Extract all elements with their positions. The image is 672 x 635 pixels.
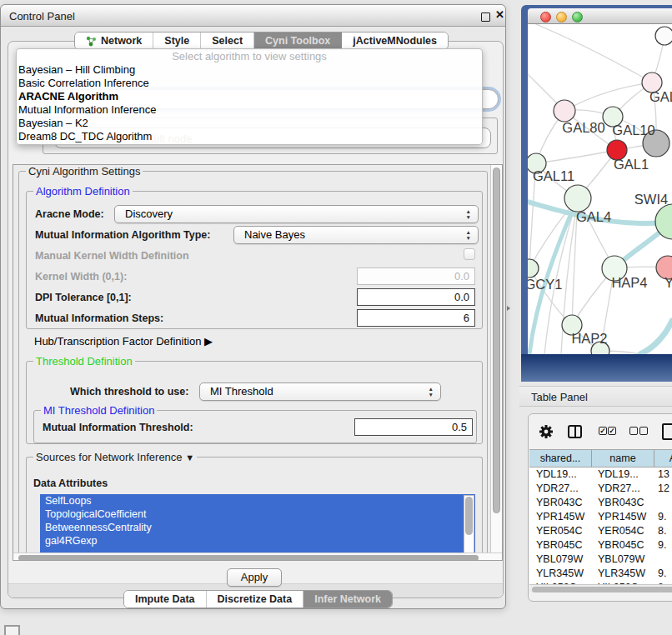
mi-threshold-label: Mutual Information Threshold:	[43, 422, 193, 433]
column-header[interactable]: shared...	[529, 449, 592, 468]
table-row[interactable]: YDR27...YDR27...12	[529, 482, 672, 496]
gear-icon[interactable]	[539, 424, 554, 439]
table-panel-header: Table Panel	[519, 386, 672, 407]
table-row[interactable]: YER054CYER054C8.	[529, 524, 672, 538]
column-header[interactable]: A	[654, 449, 672, 468]
kernel-width-label: Kernel Width (0,1):	[35, 271, 127, 282]
list-scrollbar[interactable]	[464, 495, 474, 554]
function-icon[interactable]	[662, 423, 672, 440]
table-toolbar: ✓ ✓	[529, 414, 672, 449]
control-panel-titlebar[interactable]: Control Panel ✕	[1, 5, 505, 27]
tab-network[interactable]: Network	[75, 32, 153, 49]
table-cell: 9.	[658, 510, 666, 524]
table-row[interactable]: YLR345WYLR345W9.	[529, 567, 672, 581]
network-window-titlebar[interactable]	[528, 8, 672, 24]
network-node[interactable]	[655, 27, 672, 45]
tab-infer-network[interactable]: Infer Network	[303, 591, 392, 608]
which-threshold-combo[interactable]: MI Threshold ▲▼	[199, 382, 441, 401]
algorithm-option[interactable]: Mutual Information Inference	[17, 103, 482, 117]
dpi-tolerance-field[interactable]: 0.0	[357, 288, 475, 306]
tab-style[interactable]: Style	[153, 32, 201, 49]
checked-box-icon[interactable]: ✓	[608, 427, 616, 435]
table-horizontal-scrollbar[interactable]	[529, 584, 672, 592]
checked-box-icon[interactable]: ✓	[599, 427, 607, 435]
tab-jactivemnodules[interactable]: jActiveMNodules	[342, 32, 448, 49]
attribute-item[interactable]: SelfLoops	[40, 494, 475, 508]
control-panel-title: Control Panel	[9, 10, 75, 22]
apply-button[interactable]: Apply	[227, 568, 282, 587]
network-node[interactable]	[554, 100, 575, 122]
unchecked-box-icon[interactable]	[639, 427, 648, 435]
aracne-mode-combo[interactable]: Discovery ▲▼	[114, 205, 479, 223]
expand-down-icon: ▼	[185, 452, 194, 462]
table-row[interactable]: YDL19...YDL19...13	[529, 468, 672, 482]
combo-arrows-icon: ▲▼	[466, 229, 471, 241]
mi-threshold-group: MI Threshold Definition Mutual Informati…	[33, 410, 477, 443]
window-grip-icon[interactable]	[4, 625, 20, 635]
mi-type-combo[interactable]: Naive Bayes ▲▼	[233, 226, 479, 244]
algorithm-option[interactable]: Bayesian – Hill Climbing	[17, 63, 482, 77]
data-attributes-list[interactable]: SelfLoopsTopologicalCoefficientBetweenne…	[40, 494, 475, 555]
network-edge[interactable]	[536, 150, 617, 163]
network-view-window[interactable]: GALGAL80GAL10GAL1GAL11GAL4SWI4HAP4YGCY1H…	[521, 5, 672, 382]
network-window-bottom-border	[521, 354, 672, 382]
table-cell: YBR045C	[598, 538, 644, 552]
attribute-item[interactable]: BetweennessCentrality	[40, 521, 475, 534]
dropdown-prompt: Select algorithm to view settings	[17, 49, 482, 63]
column-header[interactable]: name	[592, 449, 654, 468]
table-row[interactable]: YBR045CYBR045C9.	[529, 538, 672, 552]
network-node[interactable]	[564, 185, 591, 212]
tab-select[interactable]: Select	[201, 32, 254, 49]
minimize-traffic-icon[interactable]	[556, 12, 567, 22]
tab-cyni-toolbox[interactable]: Cyni Toolbox	[254, 32, 342, 49]
table-row[interactable]: YBL079WYBL079W	[529, 552, 672, 567]
zoom-traffic-icon[interactable]	[572, 12, 583, 22]
sources-group: Sources for Network Inference ▼ Data Att…	[26, 457, 483, 561]
network-node[interactable]	[528, 259, 539, 278]
group-title: Threshold Definition	[33, 355, 135, 368]
table-cell: YLR345W	[598, 567, 645, 581]
network-edge[interactable]	[564, 82, 652, 111]
algorithm-option[interactable]: Basic Correlation Inference	[17, 77, 482, 90]
mi-steps-field[interactable]: 6	[357, 309, 475, 327]
columns-icon[interactable]	[568, 425, 582, 438]
table-cell: YBL079W	[598, 552, 644, 567]
tab-discretize-data[interactable]: Discretize Data	[207, 591, 304, 608]
node-label: GAL1	[614, 157, 649, 172]
screen: { "window": { "title": "Control Panel" }…	[0, 0, 672, 635]
table-row[interactable]: YPR145WYPR145W9.	[529, 510, 672, 524]
settings-vertical-scrollbar[interactable]	[490, 165, 502, 552]
settings-horizontal-scrollbar[interactable]	[13, 552, 502, 561]
node-label: GAL10	[612, 122, 654, 138]
table-cell: YER054C	[598, 524, 644, 538]
algorithm-option[interactable]: ARACNE Algorithm	[17, 90, 482, 103]
attribute-item[interactable]: TopologicalCoefficient	[40, 508, 475, 521]
attribute-item[interactable]: gal4RGexp	[40, 534, 475, 548]
hub-definition-toggle[interactable]: Hub/Transcription Factor Definition ▶	[34, 335, 213, 348]
algorithm-option[interactable]: Bayesian – K2	[17, 117, 482, 130]
network-edge[interactable]	[536, 24, 652, 82]
control-panel-window: Control Panel ✕ Inference Algorithm galF…	[0, 4, 506, 609]
network-edge[interactable]	[640, 321, 672, 354]
mi-type-label: Mutual Information Algorithm Type:	[35, 229, 210, 241]
close-traffic-icon[interactable]	[540, 12, 551, 22]
table-cell: YBR043C	[536, 496, 583, 510]
kernel-width-field[interactable]: 0.0	[357, 268, 475, 285]
group-title: Cyni Algorithm Settings	[26, 165, 143, 178]
splitter-collapse-icon[interactable]	[507, 306, 510, 311]
float-icon[interactable]	[481, 12, 490, 22]
threshold-definition-group: Threshold Definition Which threshold to …	[26, 361, 483, 444]
sources-toggle[interactable]: Sources for Network Inference ▼	[33, 451, 197, 463]
tab-impute-data[interactable]: Impute Data	[124, 591, 207, 608]
table-row[interactable]: YBR043CYBR043C	[529, 496, 672, 510]
table-cell: YBR045C	[536, 538, 583, 552]
node-label: GCY1	[528, 277, 562, 292]
unchecked-box-icon[interactable]	[629, 427, 638, 435]
algorithm-option[interactable]: Dream8 DC_TDC Algorithm	[17, 130, 482, 143]
table-cell: YBL079W	[536, 552, 583, 567]
close-icon[interactable]: ✕	[495, 8, 504, 21]
manual-kernel-checkbox[interactable]	[464, 248, 475, 260]
network-canvas[interactable]: GALGAL80GAL10GAL1GAL11GAL4SWI4HAP4YGCY1H…	[528, 24, 672, 354]
cyni-algorithm-settings-group: Cyni Algorithm Settings Algorithm Defini…	[18, 171, 488, 561]
mi-threshold-field[interactable]: 0.5	[354, 418, 473, 436]
